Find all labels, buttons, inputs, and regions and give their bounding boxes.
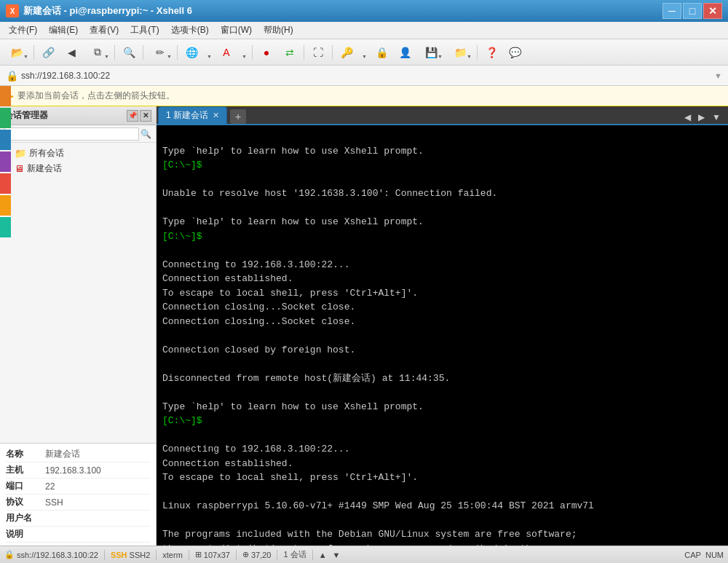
term-line-15: Connection closed by foreign host. [162, 345, 355, 355]
menu-help[interactable]: 帮助(H) [258, 23, 299, 38]
close-button[interactable]: ✕ [703, 3, 722, 19]
toolbar-globe-dropdown[interactable] [204, 42, 214, 63]
sidebar-pin-btn[interactable]: 📌 [127, 110, 138, 122]
minimize-button[interactable]: ─ [662, 3, 681, 19]
info-label-username: 用户名 [6, 511, 42, 526]
left-tab-2[interactable] [0, 108, 11, 128]
left-tab-7[interactable] [0, 217, 11, 237]
left-tab-5[interactable] [0, 173, 11, 194]
term-line-27 [162, 515, 168, 526]
session-info-panel: 名称 新建会话 主机 192.168.3.100 端口 22 协议 SSH 用户… [0, 443, 156, 546]
toolbar-text-dropdown[interactable] [239, 42, 249, 63]
add-tab-btn[interactable]: + [230, 109, 246, 124]
lock-status-icon: 🔒 [4, 550, 15, 559]
menu-tools[interactable]: 工具(T) [124, 23, 165, 38]
tab-next-btn[interactable]: ▶ [695, 111, 708, 124]
statusbar-sep-3 [189, 550, 189, 560]
toolbar-btn-help[interactable]: ❓ [480, 42, 502, 63]
toolbar-key-dropdown[interactable] [359, 42, 369, 63]
menu-edit[interactable]: 编辑(E) [43, 23, 84, 38]
toolbar-sep-5 [252, 45, 253, 60]
sidebar-close-btn[interactable]: ✕ [140, 110, 151, 122]
term-line-13: Connection closing...Socket close. [162, 316, 355, 327]
left-tab-3[interactable] [0, 130, 11, 150]
menu-window[interactable]: 窗口(W) [215, 23, 258, 38]
toolbar-copy-btn[interactable]: ⧉ [84, 42, 111, 63]
term-line-2: [C:\~]$ [162, 160, 202, 170]
tab-1[interactable]: 1 新建会话 ✕ [158, 106, 227, 124]
toolbar-btn-globe[interactable]: 🌐 [181, 42, 202, 63]
info-label-name: 名称 [6, 446, 42, 462]
tab-menu-btn[interactable]: ▼ [709, 111, 724, 124]
term-line-7: [C:\~]$ [162, 231, 202, 242]
toolbar-btn-connect[interactable]: 🔗 [37, 42, 59, 63]
info-label-port: 端口 [6, 479, 42, 494]
statusbar-dimensions: ⊞ 107x37 [195, 550, 230, 559]
position-value: 37,20 [251, 551, 272, 559]
session-tree: ▼ 📁 所有会话 🖥 新建会话 [0, 143, 156, 443]
term-line-6: Type `help' to learn how to use Xshell p… [162, 216, 424, 227]
toolbar-btn-back[interactable]: ◀ [60, 42, 82, 63]
menu-view[interactable]: 查看(V) [84, 23, 124, 38]
toolbar-btn-lock[interactable]: 🔒 [371, 42, 392, 63]
toolbar-btn-fullscreen[interactable]: ⛶ [307, 42, 329, 63]
address-dropdown[interactable]: ▼ [714, 71, 722, 80]
toolbar-btn-chat[interactable]: 💬 [504, 42, 526, 63]
term-line-4: Unable to resolve host '192.1638.3.100':… [162, 188, 497, 199]
tree-item-all-sessions[interactable]: ▼ 📁 所有会话 [0, 146, 156, 161]
left-tab-4[interactable] [0, 151, 11, 172]
toolbar-compose-btn[interactable]: ✏ [146, 42, 174, 63]
toolbar-folder-btn[interactable]: 📁 [446, 42, 474, 63]
toolbar-sep-2 [114, 45, 115, 60]
address-text[interactable]: ssh://192.168.3.100:22 [21, 71, 110, 81]
protocol-indicator: SSH [111, 551, 127, 559]
left-tab-6[interactable] [0, 195, 11, 216]
term-line-12: Connection closing...Socket close. [162, 302, 355, 312]
sessionbar-hint: 要添加当前会话，点击左侧的箭头按钮。 [17, 90, 175, 102]
sidebar: 会话管理器 📌 ✕ 🔍 ▼ 📁 所有会话 🖥 新建会话 [0, 106, 157, 546]
statusbar-encoding: xterm [162, 551, 183, 559]
toolbar-btn-transfer[interactable]: ⇄ [279, 42, 301, 63]
statusbar-scroll-down[interactable]: ▼ [333, 551, 341, 559]
encoding-value: xterm [162, 551, 183, 559]
tree-item-new-session[interactable]: 🖥 新建会话 [12, 161, 156, 176]
term-line-14 [162, 330, 168, 341]
terminal-output[interactable]: Type `help' to learn how to use Xshell p… [157, 125, 728, 546]
toolbar-btn-record[interactable]: ● [256, 42, 277, 63]
left-tab-1[interactable] [0, 86, 11, 106]
term-line-20: [C:\~]$ [162, 415, 202, 426]
position-icon: ⊕ [242, 550, 249, 559]
toolbar-sep-3 [143, 45, 143, 60]
info-row-desc: 说明 [6, 527, 150, 543]
statusbar-sessions: 1 会话 [283, 549, 306, 560]
toolbar-btn-text[interactable]: A [215, 42, 237, 63]
term-line-22: Connecting to 192.168.3.100:22... [162, 444, 349, 454]
tab-prev-btn[interactable]: ◀ [681, 111, 694, 124]
toolbar-save-dropdown[interactable]: 💾 [417, 42, 445, 63]
maximize-button[interactable]: □ [683, 3, 702, 19]
statusbar-url: ssh://192.168.3.100:22 [17, 551, 98, 559]
sidebar-header: 会话管理器 📌 ✕ [0, 106, 156, 125]
statusbar-sep-6 [312, 550, 313, 560]
tabbar: 1 新建会话 ✕ + ◀ ▶ ▼ [157, 106, 728, 125]
menu-file[interactable]: 文件(F) [3, 23, 43, 38]
tab-label: 1 新建会话 [166, 109, 208, 122]
new-session-btn[interactable]: 📂 [3, 42, 31, 63]
toolbar-sep-8 [477, 45, 478, 60]
addressbar: 🔒 ssh://192.168.3.100:22 ▼ [0, 66, 728, 86]
term-line-9: Connecting to 192.168.3.100:22... [162, 259, 349, 270]
toolbar-btn-find[interactable]: 🔍 [118, 42, 140, 63]
menu-tabs[interactable]: 选项卡(B) [165, 23, 215, 38]
term-line-29: the exact distribution terms for each pr… [162, 543, 537, 546]
all-sessions-label: 所有会话 [29, 147, 64, 160]
statusbar-scroll-up[interactable]: ▲ [319, 551, 327, 559]
toolbar-btn-key[interactable]: 🔑 [336, 42, 357, 63]
term-line-11: To escape to local shell, press 'Ctrl+Al… [162, 288, 418, 299]
tab-close-btn[interactable]: ✕ [213, 111, 219, 120]
toolbar-btn-user[interactable]: 👤 [394, 42, 416, 63]
statusbar-sep-1 [104, 550, 105, 560]
term-line-16 [162, 358, 168, 369]
info-label-desc: 说明 [6, 527, 42, 542]
sidebar-search-input[interactable] [4, 127, 139, 141]
dimensions-icon: ⊞ [195, 550, 202, 559]
